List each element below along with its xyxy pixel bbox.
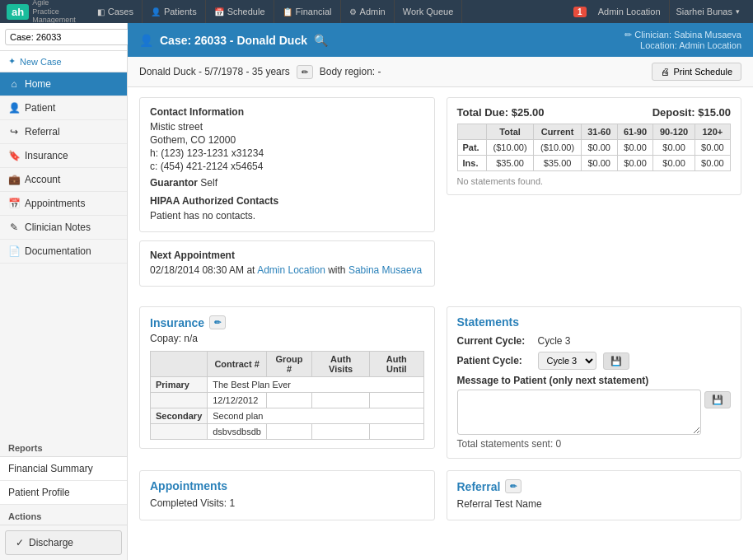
sidebar-item-home[interactable]: ⌂ Home bbox=[0, 72, 127, 96]
edit-referral-button[interactable]: ✏ bbox=[505, 479, 521, 493]
ins-primary-authuntil bbox=[370, 393, 423, 408]
sidebar-item-patient[interactable]: 👤 Patient bbox=[0, 96, 127, 120]
financial-row-pat: Pat. ($10.00) ($10.00) $0.00 $0.00 $0.00… bbox=[457, 140, 731, 156]
insurance-copay: Copay: n/a bbox=[150, 333, 424, 344]
alert-badge: 1 bbox=[573, 7, 587, 17]
sidebar-nav: ⌂ Home 👤 Patient ↪ Referral 🔖 Insurance … bbox=[0, 72, 127, 436]
financial-row-ins: Ins. $35.00 $35.00 $0.00 $0.00 $0.00 $0.… bbox=[457, 156, 731, 171]
fin-ins-current: $35.00 bbox=[534, 156, 581, 171]
appointments-block: Appointments Completed Visits: 1 bbox=[139, 470, 435, 520]
fin-pat-total: ($10.00) bbox=[486, 140, 533, 156]
plus-icon: ✦ bbox=[8, 56, 16, 67]
insurance-statements-section: Insurance ✏ Copay: n/a Contract # Group … bbox=[139, 306, 741, 459]
cases-icon: ◧ bbox=[97, 7, 105, 16]
ins-secondary-label: Secondary bbox=[151, 408, 208, 424]
documentation-icon: 📄 bbox=[8, 245, 20, 257]
edit-clinician-icon: ✏ bbox=[624, 30, 632, 40]
referral-title: Referral ✏ bbox=[457, 479, 732, 493]
statements-save-button[interactable]: 💾 bbox=[603, 352, 629, 370]
discharge-button[interactable]: ✓ Discharge bbox=[5, 530, 122, 555]
next-appt-location[interactable]: Admin Location bbox=[257, 264, 325, 276]
contact-city-state: Gothem, CO 12000 bbox=[150, 134, 424, 146]
insurance-block: Insurance ✏ Copay: n/a Contract # Group … bbox=[139, 306, 435, 449]
app-title: Agile Practice Management bbox=[32, 0, 76, 25]
contact-home-phone: h: (123) 123-1231 x31234 bbox=[150, 147, 424, 159]
search-bar: 🔍 bbox=[0, 23, 127, 51]
nav-workqueue[interactable]: Work Queue bbox=[395, 0, 463, 23]
financial-table: Total Current 31-60 61-90 90-120 120+ bbox=[457, 124, 732, 171]
case-title: 👤 Case: 26033 - Donald Duck 🔍 bbox=[139, 34, 328, 47]
nav-cases[interactable]: ◧ Cases bbox=[89, 0, 143, 23]
patient-cycle-select[interactable]: Cycle 3 bbox=[538, 352, 596, 370]
search-input[interactable] bbox=[5, 29, 129, 45]
nav-patients[interactable]: 👤 Patients bbox=[143, 0, 206, 23]
edit-patient-button[interactable]: ✏ bbox=[297, 65, 313, 79]
sidebar-item-account[interactable]: 💼 Account bbox=[0, 168, 127, 192]
total-due-label: Total Due: $25.00 bbox=[457, 106, 545, 119]
edit-insurance-button[interactable]: ✏ bbox=[209, 315, 226, 329]
fin-ins-90120: $0.00 bbox=[653, 156, 695, 171]
sidebar: 🔍 ✦ New Case ⌂ Home 👤 Patient ↪ Referral… bbox=[0, 23, 128, 560]
nav-schedule[interactable]: 📅 Schedule bbox=[206, 0, 274, 23]
no-statements: No statements found. bbox=[457, 176, 732, 186]
current-cycle-row: Current Cycle: Cycle 3 bbox=[457, 335, 732, 347]
new-case-button[interactable]: ✦ New Case bbox=[0, 51, 127, 72]
admin-icon: ⚙ bbox=[349, 7, 357, 16]
sidebar-item-clinician-notes[interactable]: ✎ Clinician Notes bbox=[0, 216, 127, 240]
current-cycle-label: Current Cycle: bbox=[457, 335, 531, 347]
nav-user[interactable]: Siarhei Bunas ▾ bbox=[670, 7, 747, 16]
insurance-section: Insurance ✏ Copay: n/a Contract # Group … bbox=[139, 306, 435, 459]
fin-pat-label: Pat. bbox=[457, 140, 486, 156]
sidebar-item-financial-summary[interactable]: Financial Summary bbox=[0, 457, 127, 481]
account-icon: 💼 bbox=[8, 174, 20, 185]
appointments-title: Appointments bbox=[150, 479, 424, 492]
referral-block: Referral ✏ Referral Test Name bbox=[447, 470, 742, 520]
sidebar-item-referral[interactable]: ↪ Referral bbox=[0, 120, 127, 144]
fin-ins-total: $35.00 bbox=[486, 156, 533, 171]
ins-secondary-group bbox=[266, 424, 311, 440]
nav-financial[interactable]: 📋 Financial bbox=[274, 0, 341, 23]
print-icon: 🖨 bbox=[661, 67, 670, 77]
ins-secondary-authuntil bbox=[370, 424, 423, 440]
message-textarea[interactable] bbox=[457, 390, 702, 435]
fin-ins-3160: $0.00 bbox=[581, 156, 617, 171]
sidebar-item-documentation[interactable]: 📄 Documentation bbox=[0, 240, 127, 264]
checkmark-icon: ✓ bbox=[16, 537, 24, 548]
ins-primary-authvisits bbox=[312, 393, 370, 408]
message-save-button[interactable]: 💾 bbox=[704, 391, 731, 408]
referral-icon: ↪ bbox=[8, 126, 20, 138]
ins-col-group: Group # bbox=[266, 352, 311, 377]
top-section: Contact Information Mistic street Gothem… bbox=[139, 97, 741, 295]
fin-ins-label: Ins. bbox=[457, 156, 486, 171]
fin-col-header-90120: 90-120 bbox=[653, 124, 695, 140]
hipaa-title: HIPAA Authorized Contacts bbox=[150, 195, 424, 207]
ins-col-type bbox=[151, 352, 208, 377]
insurance-row-primary-details: 12/12/2012 bbox=[151, 393, 424, 408]
ins-primary-plan: The Best Plan Ever bbox=[208, 377, 423, 393]
case-search-icon[interactable]: 🔍 bbox=[314, 34, 328, 47]
home-icon: ⌂ bbox=[8, 78, 20, 90]
appointments-icon: 📅 bbox=[8, 198, 20, 209]
print-schedule-button[interactable]: 🖨 Print Schedule bbox=[652, 63, 741, 81]
insurance-title: Insurance ✏ bbox=[150, 315, 424, 329]
nav-admin-location[interactable]: Admin Location bbox=[590, 0, 670, 23]
next-appointment-block: Next Appointment 02/18/2014 08:30 AM at … bbox=[139, 240, 435, 287]
statements-section: Statements Current Cycle: Cycle 3 Patien… bbox=[447, 306, 742, 459]
reports-section-label: Reports bbox=[0, 436, 127, 457]
patient-cycle-label: Patient Cycle: bbox=[457, 355, 531, 366]
schedule-icon: 📅 bbox=[214, 7, 224, 16]
fin-ins-120plus: $0.00 bbox=[695, 156, 730, 171]
contact-cell-phone: c: (454) 421-2124 x54654 bbox=[150, 161, 424, 172]
sidebar-item-insurance[interactable]: 🔖 Insurance bbox=[0, 144, 127, 168]
ins-secondary-contract: dsbvsdbsdb bbox=[208, 424, 267, 440]
nav-admin[interactable]: ⚙ Admin bbox=[341, 0, 395, 23]
sidebar-item-appointments[interactable]: 📅 Appointments bbox=[0, 192, 127, 216]
sidebar-item-patient-profile[interactable]: Patient Profile bbox=[0, 481, 127, 505]
ins-primary-empty bbox=[151, 393, 208, 408]
message-label: Message to Patient (only next statement) bbox=[457, 375, 732, 386]
case-person-icon: 👤 bbox=[139, 34, 153, 47]
contact-info-title: Contact Information bbox=[150, 106, 424, 118]
next-appt-clinician[interactable]: Sabina Musaeva bbox=[348, 264, 422, 276]
fin-col-header-total: Total bbox=[486, 124, 533, 140]
next-appt-title: Next Appointment bbox=[150, 250, 424, 261]
